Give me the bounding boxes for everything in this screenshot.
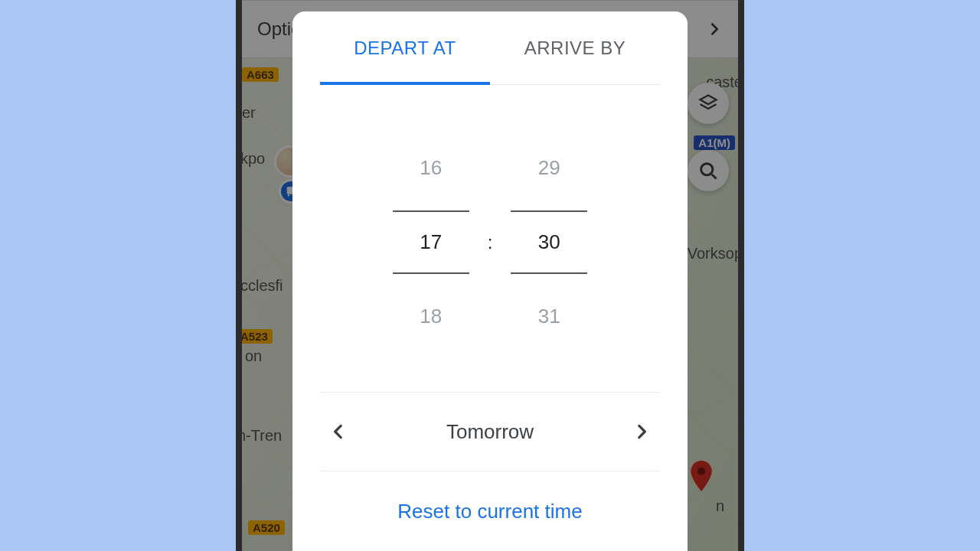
tab-arrive-by[interactable]: ARRIVE BY bbox=[490, 11, 660, 84]
hour-wheel[interactable]: 16 17 18 bbox=[393, 156, 469, 328]
date-selector: Tomorrow bbox=[320, 392, 660, 471]
time-picker: 16 17 18 : 29 30 31 bbox=[292, 85, 688, 392]
chevron-right-icon bbox=[632, 422, 652, 442]
minute-wheel[interactable]: 29 30 31 bbox=[511, 156, 587, 328]
phone-screen: A663 A523 A520 A1(M) er kpo cclesfi on n… bbox=[242, 0, 738, 551]
reset-to-current-time-link[interactable]: Reset to current time bbox=[397, 500, 582, 523]
time-separator: : bbox=[488, 232, 493, 253]
hour-prev: 16 bbox=[420, 156, 442, 180]
time-picker-dialog: DEPART AT ARRIVE BY 16 17 18 : 29 30 31 bbox=[292, 11, 688, 551]
minute-selected: 30 bbox=[511, 210, 587, 274]
tab-bar: DEPART AT ARRIVE BY bbox=[320, 11, 660, 85]
minute-next: 31 bbox=[538, 305, 560, 328]
tab-depart-at[interactable]: DEPART AT bbox=[320, 11, 490, 84]
chevron-left-icon bbox=[328, 422, 348, 442]
next-day-button[interactable] bbox=[623, 413, 660, 450]
hour-selected: 17 bbox=[393, 210, 469, 274]
reset-row: Reset to current time bbox=[292, 471, 688, 551]
date-label: Tomorrow bbox=[446, 420, 534, 444]
prev-day-button[interactable] bbox=[320, 413, 357, 450]
hour-next: 18 bbox=[420, 305, 442, 328]
minute-prev: 29 bbox=[538, 156, 560, 180]
phone-frame: A663 A523 A520 A1(M) er kpo cclesfi on n… bbox=[236, 0, 744, 551]
